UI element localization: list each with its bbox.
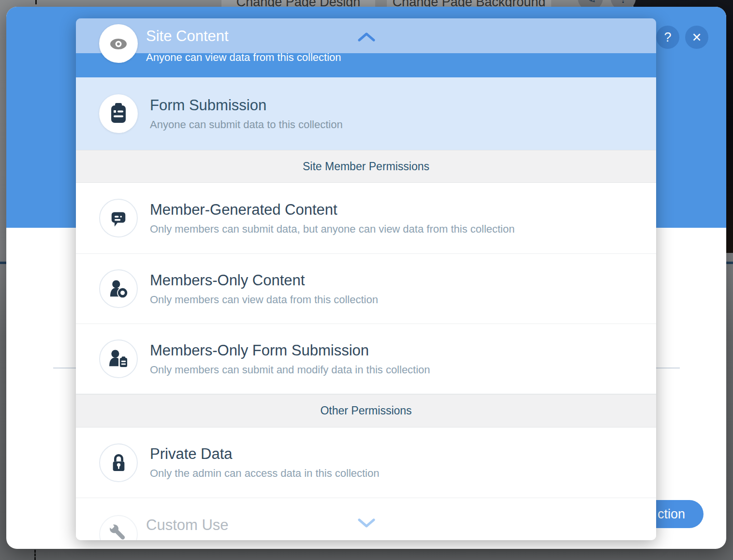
eye-icon <box>99 24 138 63</box>
section-header-other-permissions: Other Permissions <box>76 394 656 427</box>
option-title: Custom Use <box>146 516 229 534</box>
dropdown-selected-subtitle: Anyone can view data from this collectio… <box>146 51 341 64</box>
option-subtitle: Only the admin can access data in this c… <box>150 467 379 480</box>
option-title: Member-Generated Content <box>150 201 514 219</box>
dropdown-selected-title: Site Content <box>146 28 229 45</box>
chevron-down-icon[interactable] <box>358 518 375 528</box>
option-subtitle: Only members can submit and modify data … <box>150 364 430 376</box>
option-subtitle: Anyone can submit data to this collectio… <box>150 118 343 131</box>
dropdown-header-site-content[interactable]: Site Content Anyone can view data from t… <box>76 18 656 77</box>
chevron-up-icon[interactable] <box>358 32 375 42</box>
page-guide-line-bottom <box>34 550 36 560</box>
member-clipboard-icon <box>99 339 138 378</box>
member-view-icon <box>99 269 138 308</box>
page-guide-line-top <box>35 0 37 4</box>
section-header-site-member-permissions: Site Member Permissions <box>76 150 656 183</box>
option-title: Form Submission <box>150 97 343 114</box>
option-private-data[interactable]: Private Data Only the admin can access d… <box>76 427 656 498</box>
option-member-generated-content[interactable]: Member-Generated Content Only members ca… <box>76 183 656 254</box>
option-form-submission[interactable]: Form Submission Anyone can submit data t… <box>76 77 656 150</box>
modal-help-button[interactable]: ? <box>656 26 679 49</box>
lock-icon <box>99 443 138 482</box>
wrench-icon <box>99 515 138 540</box>
permissions-dropdown: Site Content Anyone can view data from t… <box>76 18 656 540</box>
option-members-only-content[interactable]: Members-Only Content Only members can vi… <box>76 254 656 324</box>
option-custom-use[interactable]: Custom Use <box>76 498 656 540</box>
clipboard-icon <box>99 94 138 133</box>
option-subtitle: Only members can submit data, but anyone… <box>150 223 514 236</box>
close-icon[interactable]: ✕ <box>685 26 708 49</box>
option-title: Members-Only Form Submission <box>150 342 430 359</box>
option-title: Private Data <box>150 445 379 463</box>
speech-bubble-icon <box>99 199 138 237</box>
option-subtitle: Only members can view data from this col… <box>150 294 378 306</box>
option-title: Members-Only Content <box>150 272 378 289</box>
option-members-only-form-submission[interactable]: Members-Only Form Submission Only member… <box>76 324 656 394</box>
